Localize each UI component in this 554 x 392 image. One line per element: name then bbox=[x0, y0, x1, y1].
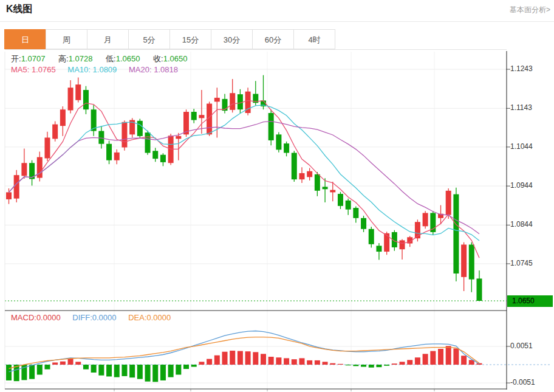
tab-60min[interactable]: 60分 bbox=[252, 29, 294, 49]
dea-label: DEA: bbox=[128, 313, 146, 322]
price-axis-label: 1.0844 bbox=[510, 220, 553, 229]
ma5-label: MA5: bbox=[11, 65, 29, 74]
dea-value: 0.0000 bbox=[147, 313, 171, 322]
low-label: 低: bbox=[106, 54, 116, 63]
kline-widget: K线图 基本面分析> 日 周 月 5分 15分 30分 60分 4时 开:1.0… bbox=[0, 0, 554, 392]
ma5-value: 1.0765 bbox=[32, 65, 56, 74]
macd-axis-label: 0.0051 bbox=[510, 342, 553, 350]
close-value: 1.0650 bbox=[163, 54, 188, 63]
macd-value: 0.0000 bbox=[36, 313, 61, 322]
low-value: 1.0650 bbox=[116, 54, 140, 63]
ma10-label: MA10: bbox=[67, 65, 91, 74]
price-axis-label: 1.1044 bbox=[510, 142, 553, 151]
high-value: 1.0728 bbox=[69, 54, 93, 63]
price-axis-label: 1.1143 bbox=[510, 103, 553, 112]
open-value: 1.0707 bbox=[21, 54, 46, 63]
close-label: 收: bbox=[153, 54, 163, 63]
macd-readout: MACD:0.0000 DIFF:0.0000 DEA:0.0000 bbox=[11, 313, 180, 322]
tab-4hour[interactable]: 4时 bbox=[293, 29, 335, 49]
diff-label: DIFF: bbox=[72, 313, 92, 322]
tab-month[interactable]: 月 bbox=[87, 29, 129, 49]
macd-axis-label: -0.0051 bbox=[510, 378, 553, 387]
ohlc-readout: 开:1.0707 高:1.0728 低:1.0650 收:1.0650 bbox=[11, 53, 198, 64]
tab-30min[interactable]: 30分 bbox=[211, 29, 253, 49]
tab-day[interactable]: 日 bbox=[4, 29, 46, 49]
macd-label: MACD: bbox=[11, 313, 36, 322]
price-axis-label: 1.0944 bbox=[510, 181, 553, 190]
open-label: 开: bbox=[11, 54, 21, 63]
ma10-value: 1.0809 bbox=[93, 65, 117, 74]
tab-week[interactable]: 周 bbox=[46, 29, 87, 49]
period-tabs: 日 周 月 5分 15分 30分 60分 4时 bbox=[5, 29, 335, 49]
price-axis-label: 1.1243 bbox=[510, 64, 553, 73]
ma20-label: MA20: bbox=[129, 65, 152, 74]
ma20-value: 1.0818 bbox=[154, 65, 178, 74]
tab-15min[interactable]: 15分 bbox=[169, 29, 211, 49]
price-axis-label: 1.0745 bbox=[510, 259, 553, 267]
diff-value: 0.0000 bbox=[92, 313, 117, 322]
tab-5min[interactable]: 5分 bbox=[128, 29, 170, 49]
high-label: 高: bbox=[58, 54, 69, 63]
current-price-badge: 1.0650 bbox=[507, 295, 553, 307]
ma-readout: MA5: 1.0765 MA10: 1.0809 MA20: 1.0818 bbox=[11, 65, 188, 74]
